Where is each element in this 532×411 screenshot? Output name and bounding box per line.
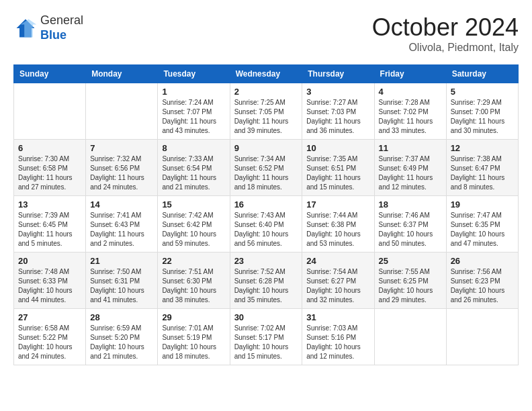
day-number: 3 bbox=[306, 87, 369, 97]
calendar-cell: 2Sunrise: 7:25 AM Sunset: 7:05 PM Daylig… bbox=[230, 83, 302, 140]
calendar-cell: 10Sunrise: 7:35 AM Sunset: 6:51 PM Dayli… bbox=[302, 140, 374, 196]
day-number: 8 bbox=[162, 143, 225, 153]
day-info: Sunrise: 7:43 AM Sunset: 6:40 PM Dayligh… bbox=[234, 211, 298, 248]
day-number: 25 bbox=[379, 256, 442, 266]
day-number: 6 bbox=[18, 143, 81, 153]
calendar-cell: 29Sunrise: 7:01 AM Sunset: 5:19 PM Dayli… bbox=[158, 309, 230, 365]
location-title: Olivola, Piedmont, Italy bbox=[372, 42, 519, 54]
day-number: 31 bbox=[306, 312, 369, 322]
calendar-cell: 30Sunrise: 7:02 AM Sunset: 5:17 PM Dayli… bbox=[230, 309, 302, 365]
day-number: 27 bbox=[18, 312, 81, 322]
logo-general: General bbox=[40, 13, 83, 27]
day-info: Sunrise: 7:50 AM Sunset: 6:31 PM Dayligh… bbox=[90, 267, 153, 305]
day-number: 5 bbox=[451, 87, 514, 97]
calendar-week-row: 20Sunrise: 7:48 AM Sunset: 6:33 PM Dayli… bbox=[14, 253, 519, 309]
logo-text: General Blue bbox=[40, 13, 83, 42]
day-info: Sunrise: 7:28 AM Sunset: 7:02 PM Dayligh… bbox=[379, 98, 442, 136]
calendar-cell: 11Sunrise: 7:37 AM Sunset: 6:49 PM Dayli… bbox=[374, 140, 446, 196]
day-number: 12 bbox=[451, 143, 514, 153]
day-number: 26 bbox=[451, 256, 514, 266]
day-info: Sunrise: 6:59 AM Sunset: 5:20 PM Dayligh… bbox=[90, 324, 153, 361]
calendar-cell: 15Sunrise: 7:42 AM Sunset: 6:42 PM Dayli… bbox=[158, 196, 230, 253]
logo: General Blue bbox=[13, 13, 83, 42]
day-number: 7 bbox=[90, 143, 153, 153]
day-number: 28 bbox=[90, 312, 153, 322]
calendar-cell: 5Sunrise: 7:29 AM Sunset: 7:00 PM Daylig… bbox=[446, 83, 518, 140]
calendar-week-row: 27Sunrise: 6:58 AM Sunset: 5:22 PM Dayli… bbox=[14, 309, 519, 365]
calendar-cell bbox=[14, 83, 86, 140]
day-number: 15 bbox=[162, 199, 225, 210]
day-info: Sunrise: 7:24 AM Sunset: 7:07 PM Dayligh… bbox=[162, 98, 225, 136]
day-info: Sunrise: 7:47 AM Sunset: 6:35 PM Dayligh… bbox=[451, 211, 514, 248]
day-info: Sunrise: 7:56 AM Sunset: 6:23 PM Dayligh… bbox=[451, 267, 514, 305]
calendar-day-header: Sunday bbox=[14, 65, 86, 83]
day-info: Sunrise: 7:33 AM Sunset: 6:54 PM Dayligh… bbox=[162, 154, 225, 192]
calendar-day-header: Tuesday bbox=[158, 65, 230, 83]
day-info: Sunrise: 7:41 AM Sunset: 6:43 PM Dayligh… bbox=[90, 211, 153, 248]
day-number: 22 bbox=[162, 256, 225, 266]
day-info: Sunrise: 7:44 AM Sunset: 6:38 PM Dayligh… bbox=[306, 211, 369, 248]
day-number: 16 bbox=[234, 199, 298, 210]
day-number: 2 bbox=[234, 87, 298, 97]
logo-blue: Blue bbox=[40, 28, 66, 42]
calendar-week-row: 13Sunrise: 7:39 AM Sunset: 6:45 PM Dayli… bbox=[14, 196, 519, 253]
day-number: 1 bbox=[162, 87, 225, 97]
day-info: Sunrise: 7:55 AM Sunset: 6:25 PM Dayligh… bbox=[379, 267, 442, 305]
calendar-cell: 19Sunrise: 7:47 AM Sunset: 6:35 PM Dayli… bbox=[446, 196, 518, 253]
day-info: Sunrise: 7:46 AM Sunset: 6:37 PM Dayligh… bbox=[379, 211, 442, 248]
day-number: 24 bbox=[306, 256, 369, 266]
day-info: Sunrise: 7:27 AM Sunset: 7:03 PM Dayligh… bbox=[306, 98, 369, 136]
day-info: Sunrise: 7:51 AM Sunset: 6:30 PM Dayligh… bbox=[162, 267, 225, 305]
calendar-cell: 24Sunrise: 7:54 AM Sunset: 6:27 PM Dayli… bbox=[302, 253, 374, 309]
calendar-cell: 31Sunrise: 7:03 AM Sunset: 5:16 PM Dayli… bbox=[302, 309, 374, 365]
calendar-cell: 16Sunrise: 7:43 AM Sunset: 6:40 PM Dayli… bbox=[230, 196, 302, 253]
day-info: Sunrise: 7:02 AM Sunset: 5:17 PM Dayligh… bbox=[234, 324, 298, 361]
day-number: 18 bbox=[379, 199, 442, 210]
calendar-cell: 7Sunrise: 7:32 AM Sunset: 6:56 PM Daylig… bbox=[86, 140, 158, 196]
title-block: October 2024 Olivola, Piedmont, Italy bbox=[372, 13, 519, 54]
calendar-cell: 26Sunrise: 7:56 AM Sunset: 6:23 PM Dayli… bbox=[446, 253, 518, 309]
calendar-cell: 1Sunrise: 7:24 AM Sunset: 7:07 PM Daylig… bbox=[158, 83, 230, 140]
day-info: Sunrise: 7:52 AM Sunset: 6:28 PM Dayligh… bbox=[234, 267, 298, 305]
calendar-cell bbox=[86, 83, 158, 140]
calendar-day-header: Saturday bbox=[446, 65, 518, 83]
day-info: Sunrise: 7:42 AM Sunset: 6:42 PM Dayligh… bbox=[162, 211, 225, 248]
day-info: Sunrise: 7:32 AM Sunset: 6:56 PM Dayligh… bbox=[90, 154, 153, 192]
calendar-day-header: Monday bbox=[86, 65, 158, 83]
day-info: Sunrise: 7:38 AM Sunset: 6:47 PM Dayligh… bbox=[451, 154, 514, 192]
logo-icon bbox=[13, 16, 38, 40]
day-number: 13 bbox=[18, 199, 81, 210]
calendar-cell: 8Sunrise: 7:33 AM Sunset: 6:54 PM Daylig… bbox=[158, 140, 230, 196]
calendar-cell: 27Sunrise: 6:58 AM Sunset: 5:22 PM Dayli… bbox=[14, 309, 86, 365]
day-info: Sunrise: 7:03 AM Sunset: 5:16 PM Dayligh… bbox=[306, 324, 369, 361]
day-info: Sunrise: 7:37 AM Sunset: 6:49 PM Dayligh… bbox=[379, 154, 442, 192]
day-number: 23 bbox=[234, 256, 298, 266]
calendar-cell: 22Sunrise: 7:51 AM Sunset: 6:30 PM Dayli… bbox=[158, 253, 230, 309]
page-header: General Blue October 2024 Olivola, Piedm… bbox=[13, 13, 519, 54]
day-number: 29 bbox=[162, 312, 225, 322]
calendar-cell: 28Sunrise: 6:59 AM Sunset: 5:20 PM Dayli… bbox=[86, 309, 158, 365]
calendar-cell bbox=[374, 309, 446, 365]
day-info: Sunrise: 7:29 AM Sunset: 7:00 PM Dayligh… bbox=[451, 98, 514, 136]
day-number: 10 bbox=[306, 143, 369, 153]
calendar-cell: 9Sunrise: 7:34 AM Sunset: 6:52 PM Daylig… bbox=[230, 140, 302, 196]
calendar-cell: 4Sunrise: 7:28 AM Sunset: 7:02 PM Daylig… bbox=[374, 83, 446, 140]
day-info: Sunrise: 7:01 AM Sunset: 5:19 PM Dayligh… bbox=[162, 324, 225, 361]
calendar-day-header: Friday bbox=[374, 65, 446, 83]
calendar-cell: 14Sunrise: 7:41 AM Sunset: 6:43 PM Dayli… bbox=[86, 196, 158, 253]
calendar-cell: 23Sunrise: 7:52 AM Sunset: 6:28 PM Dayli… bbox=[230, 253, 302, 309]
day-number: 30 bbox=[234, 312, 298, 322]
calendar-cell: 25Sunrise: 7:55 AM Sunset: 6:25 PM Dayli… bbox=[374, 253, 446, 309]
day-number: 9 bbox=[234, 143, 298, 153]
calendar-cell: 21Sunrise: 7:50 AM Sunset: 6:31 PM Dayli… bbox=[86, 253, 158, 309]
day-info: Sunrise: 7:34 AM Sunset: 6:52 PM Dayligh… bbox=[234, 154, 298, 192]
day-info: Sunrise: 7:48 AM Sunset: 6:33 PM Dayligh… bbox=[18, 267, 81, 305]
day-number: 4 bbox=[379, 87, 442, 97]
day-info: Sunrise: 7:35 AM Sunset: 6:51 PM Dayligh… bbox=[306, 154, 369, 192]
calendar-cell: 18Sunrise: 7:46 AM Sunset: 6:37 PM Dayli… bbox=[374, 196, 446, 253]
day-number: 20 bbox=[18, 256, 81, 266]
calendar-cell: 13Sunrise: 7:39 AM Sunset: 6:45 PM Dayli… bbox=[14, 196, 86, 253]
calendar-cell bbox=[446, 309, 518, 365]
calendar-day-header: Wednesday bbox=[230, 65, 302, 83]
day-number: 17 bbox=[306, 199, 369, 210]
